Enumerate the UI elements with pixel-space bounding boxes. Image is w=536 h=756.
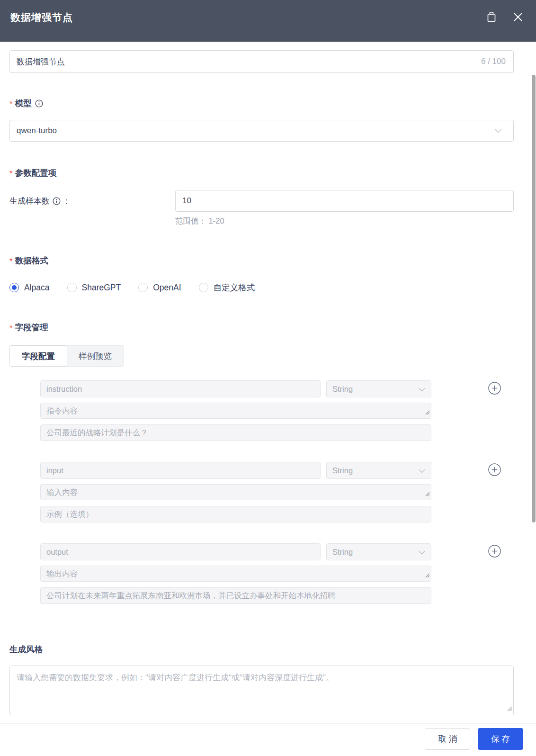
radio-checked-icon (9, 283, 19, 292)
close-button[interactable] (512, 11, 524, 24)
field-name-input[interactable] (40, 462, 321, 479)
field-type-select[interactable]: String (326, 543, 431, 560)
add-field-button[interactable] (488, 381, 501, 396)
node-name-field[interactable]: 数据增强节点 6 / 100 (9, 50, 514, 73)
dialog-title: 数据增强节点 (10, 11, 73, 24)
add-field-button[interactable] (488, 544, 501, 559)
chevron-down-icon (494, 126, 502, 135)
field-desc-textarea[interactable] (40, 566, 431, 582)
range-hint: 范围值： 1-20 (175, 216, 514, 226)
field-type-select[interactable]: String (326, 380, 431, 397)
required-asterisk: * (9, 257, 13, 266)
model-select-value: qwen-turbo (17, 126, 57, 135)
generation-style-textarea[interactable] (9, 666, 514, 715)
radio-alpaca[interactable]: Alpaca (9, 283, 50, 293)
label-colon: ： (63, 196, 71, 207)
field-type-value: String (332, 548, 353, 557)
field-example-input[interactable] (40, 506, 431, 522)
dialog-footer: 取 消 保 存 (0, 723, 536, 756)
plus-circle-icon (488, 463, 501, 478)
format-section-label-row: * 数据格式 (9, 255, 514, 266)
radio-openai[interactable]: OpenAI (138, 283, 181, 293)
radio-unchecked-icon (138, 283, 148, 292)
info-icon[interactable] (53, 197, 61, 205)
dialog-header: 数据增强节点 (0, 0, 536, 42)
field-type-value: String (332, 466, 353, 475)
sample-count-label: 生成样本数 (9, 196, 50, 207)
save-button[interactable]: 保 存 (478, 728, 523, 750)
cancel-button[interactable]: 取 消 (425, 728, 470, 750)
sample-count-row: 生成样本数 ： 范围值： 1-20 (9, 190, 514, 226)
radio-sharegpt[interactable]: ShareGPT (67, 283, 121, 293)
dialog-body: 数据增强节点 6 / 100 * 模型 qwen-turbo (0, 50, 536, 715)
field-name-input[interactable] (40, 543, 321, 560)
data-format-radio-group: Alpaca ShareGPT OpenAI 自定义格式 (9, 282, 514, 293)
required-asterisk: * (9, 324, 13, 333)
field-name-input[interactable] (40, 380, 321, 397)
field-desc-textarea[interactable] (40, 484, 431, 500)
plus-circle-icon (488, 544, 501, 559)
fields-section-label-row: * 字段管理 (9, 322, 514, 333)
field-group-instruction: String (40, 380, 514, 441)
radio-unchecked-icon (67, 283, 77, 292)
format-section-label: 数据格式 (15, 255, 48, 266)
required-asterisk: * (9, 99, 13, 109)
char-counter: 6 / 100 (481, 57, 506, 66)
trash-icon (486, 11, 497, 25)
sample-count-input[interactable] (175, 190, 514, 212)
radio-custom-format[interactable]: 自定义格式 (199, 282, 255, 293)
field-group-input: String (40, 462, 514, 522)
add-field-button[interactable] (488, 463, 501, 478)
sample-count-label-col: 生成样本数 ： (9, 190, 175, 212)
model-label-row: * 模型 (9, 98, 514, 109)
delete-node-button[interactable] (486, 11, 497, 25)
scrollbar-thumb[interactable] (532, 75, 536, 522)
plus-circle-icon (488, 381, 501, 396)
field-type-value: String (332, 385, 353, 394)
field-desc-textarea[interactable] (40, 403, 431, 419)
params-section-label: 参数配置项 (15, 167, 57, 179)
info-icon[interactable] (35, 99, 43, 108)
params-section-label-row: * 参数配置项 (9, 167, 514, 179)
chevron-down-icon (419, 466, 425, 475)
tab-sample-preview[interactable]: 样例预览 (67, 346, 124, 366)
fields-section-label: 字段管理 (15, 322, 48, 333)
node-name-value: 数据增强节点 (17, 56, 65, 67)
chevron-down-icon (419, 385, 425, 394)
style-section-label: 生成风格 (9, 644, 43, 655)
required-asterisk: * (9, 169, 13, 179)
field-example-input[interactable] (40, 424, 431, 441)
field-type-select[interactable]: String (326, 462, 431, 479)
tab-field-config[interactable]: 字段配置 (9, 345, 67, 367)
style-section-label-row: 生成风格 (9, 644, 514, 655)
model-select[interactable]: qwen-turbo (9, 120, 514, 142)
model-label: 模型 (15, 98, 32, 109)
field-group-output: String (40, 543, 514, 604)
close-icon (512, 11, 524, 24)
field-tabs: 字段配置 样例预览 (9, 345, 124, 367)
data-augment-node-dialog: 数据增强节点 数据增强节点 6 / (0, 0, 536, 756)
radio-unchecked-icon (199, 283, 208, 292)
field-example-input[interactable] (40, 587, 431, 604)
chevron-down-icon (419, 548, 425, 557)
